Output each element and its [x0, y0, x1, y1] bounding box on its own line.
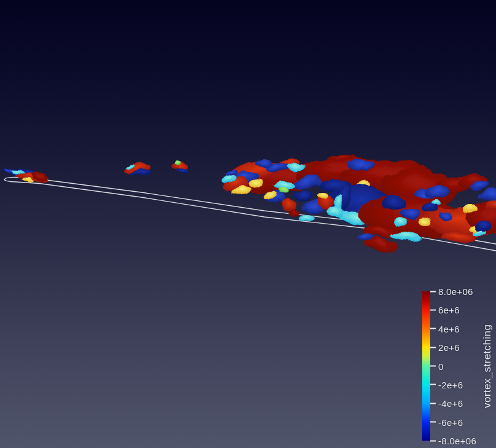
isosurface-blob	[265, 192, 276, 199]
render-view[interactable]: 8.0e+066e+64e+62e+60-2e+6-4e+6-6e+6-8.0e…	[0, 0, 496, 448]
isosurface-blob	[418, 218, 430, 225]
isosurface-scene	[0, 0, 496, 448]
isosurface-blob	[289, 209, 301, 216]
isosurface-blob	[439, 211, 454, 221]
isosurface-blob	[395, 218, 407, 225]
isosurface-blob	[401, 206, 420, 219]
isosurface-blob	[474, 221, 492, 232]
isosurface-blob	[381, 195, 406, 210]
isosurface-blob	[318, 194, 331, 201]
isosurface-blob	[293, 189, 312, 202]
isosurface-blob	[433, 200, 443, 206]
isosurface-blob	[463, 205, 478, 214]
isosurface-blob	[175, 162, 181, 166]
isosurface-blobs	[2, 154, 496, 254]
isosurface-blob	[277, 187, 289, 194]
